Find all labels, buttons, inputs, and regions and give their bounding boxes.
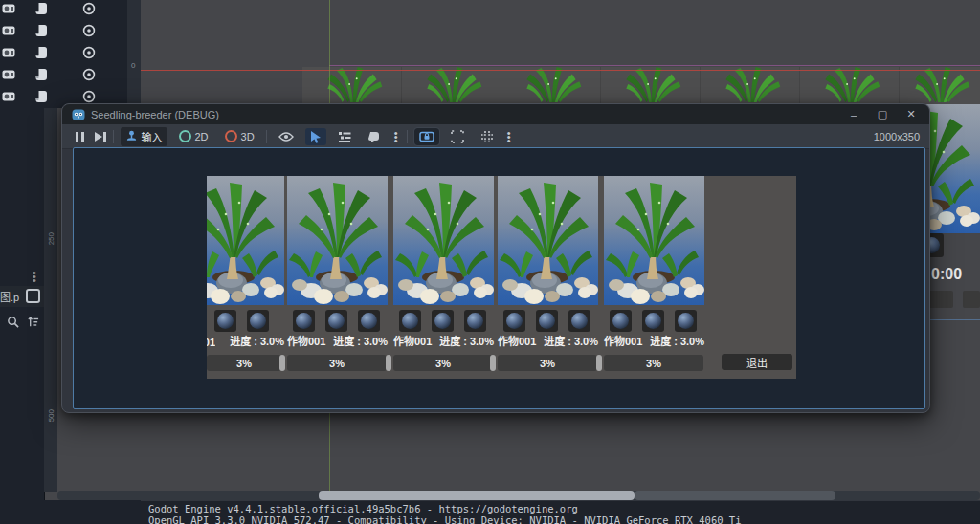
crop-name-label: 作物001	[393, 333, 432, 348]
seed-slot-button[interactable]	[568, 310, 590, 332]
viewport-hscrollbar[interactable]	[57, 491, 980, 500]
toolbar-separator	[266, 130, 267, 143]
expand-corners-icon	[451, 130, 464, 143]
next-frame-icon	[95, 132, 102, 142]
seed-slot-button[interactable]	[214, 310, 236, 332]
seed-sphere-icon	[217, 313, 234, 329]
visibility-icon[interactable]	[82, 68, 96, 81]
seed-slot-button[interactable]	[536, 310, 558, 332]
slider-grabber[interactable]	[596, 355, 602, 371]
seed-sphere-icon	[571, 313, 588, 329]
ruler-label-250: 250	[47, 232, 56, 245]
exit-label: 退出	[746, 355, 768, 370]
scene-tree-row[interactable]	[2, 24, 127, 37]
crop-progress-label: 进度 : 3.0%	[439, 333, 494, 348]
progress-value: 3%	[329, 358, 345, 369]
seed-sphere-icon	[678, 313, 694, 329]
viewport-guide-line	[928, 319, 980, 320]
node-picker-button[interactable]	[363, 128, 386, 145]
input-mode-button[interactable]: 输入	[121, 127, 167, 146]
embed-menu-icon[interactable]: •••	[505, 131, 513, 142]
exit-button[interactable]: 退出	[722, 354, 792, 370]
select-3d-button[interactable]: 3D	[220, 128, 259, 144]
joystick-icon	[125, 130, 138, 142]
progress-slider[interactable]: 3%	[287, 355, 387, 371]
godot-app-icon	[72, 108, 85, 121]
seed-slot-button[interactable]	[293, 310, 315, 332]
mode-3d-label: 3D	[241, 131, 255, 142]
output-console[interactable]: Godot Engine v4.4.1.stable.official.49a5…	[141, 500, 980, 524]
scene-tree-row[interactable]	[2, 2, 127, 15]
selection-visibility-button[interactable]	[274, 129, 299, 144]
camera-override-button[interactable]	[414, 128, 439, 145]
split-mode-button[interactable]	[26, 289, 40, 303]
game-viewport[interactable]: 作物001 进度 : 3.0% 3% 作物001 进度 : 3.0% 3%	[73, 147, 925, 409]
progress-slider[interactable]: 3%	[604, 355, 703, 371]
game-debug-window[interactable]: Seedling-breeder (DEBUG) – ▢ ✕ 输入	[61, 103, 930, 413]
visibility-icon[interactable]	[82, 90, 96, 103]
scene-tree-row[interactable]	[2, 46, 127, 59]
visibility-icon[interactable]	[82, 24, 96, 37]
slider-grabber[interactable]	[279, 355, 285, 371]
dock-menu-icon[interactable]: •••	[31, 271, 38, 282]
minimize-button[interactable]: –	[839, 104, 868, 124]
seed-slot-button[interactable]	[642, 310, 664, 332]
visibility-icon[interactable]	[82, 2, 96, 15]
window-titlebar[interactable]: Seedling-breeder (DEBUG) – ▢ ✕	[62, 104, 929, 124]
seed-sphere-icon	[328, 313, 345, 329]
filesystem-path-row[interactable]: 图.p	[0, 286, 44, 307]
close-button[interactable]: ✕	[897, 104, 925, 124]
progress-slider[interactable]: 3%	[207, 355, 281, 371]
hscrollbar-grabber[interactable]	[319, 491, 635, 500]
node-icon	[2, 68, 15, 81]
seed-slot-button[interactable]	[399, 310, 421, 332]
eye-icon	[278, 131, 294, 142]
sort-icon[interactable]	[27, 316, 39, 328]
select-mode-button[interactable]	[305, 128, 326, 145]
maximize-button[interactable]: ▢	[868, 104, 897, 124]
progress-value: 3%	[540, 358, 555, 369]
node-list-button[interactable]	[333, 128, 356, 145]
input-mode-label: 输入	[142, 129, 163, 144]
scene-tree-row[interactable]	[2, 90, 127, 103]
scene-timer-label: 0:00	[931, 266, 962, 283]
seed-sphere-icon	[296, 313, 312, 329]
embed-shrink-button[interactable]	[476, 128, 499, 145]
guide-purple-line	[329, 65, 980, 66]
window-title: Seedling-breeder (DEBUG)	[91, 109, 219, 120]
embed-expand-button[interactable]	[446, 128, 469, 145]
seed-slot-button[interactable]	[358, 310, 380, 332]
seed-sphere-icon	[539, 313, 555, 329]
seed-slot-button[interactable]	[610, 310, 632, 332]
visibility-icon[interactable]	[82, 46, 96, 59]
select-2d-button[interactable]: 2D	[174, 128, 213, 144]
script-icon[interactable]	[34, 90, 48, 103]
ruler-vertical-top: 0	[127, 0, 141, 108]
search-icon[interactable]	[7, 316, 19, 328]
node-icon	[2, 24, 15, 37]
progress-slider[interactable]: 3%	[498, 355, 597, 371]
hscrollbar-range	[635, 491, 835, 500]
seed-slot-button[interactable]	[675, 310, 697, 332]
seed-slot-button[interactable]	[432, 310, 454, 332]
slider-grabber[interactable]	[386, 355, 391, 371]
seed-sphere-icon	[402, 313, 418, 329]
seed-slot-button[interactable]	[503, 310, 525, 332]
pause-icon	[76, 132, 78, 142]
overflow-menu-icon[interactable]: •••	[392, 131, 400, 142]
script-icon[interactable]	[34, 46, 48, 59]
seed-slot-button[interactable]	[325, 310, 347, 332]
next-frame-button[interactable]	[95, 132, 106, 142]
script-icon[interactable]	[34, 24, 48, 37]
node-icon	[2, 90, 15, 103]
slider-grabber[interactable]	[490, 355, 496, 371]
pause-button[interactable]	[76, 132, 84, 142]
script-icon[interactable]	[34, 68, 48, 81]
seed-slot-button[interactable]	[464, 310, 486, 332]
seed-slot-button[interactable]	[247, 310, 269, 332]
scene-tree-row[interactable]	[2, 68, 127, 81]
script-icon[interactable]	[34, 2, 48, 15]
crop-name-label: 作物001	[498, 333, 536, 348]
progress-slider[interactable]: 3%	[393, 355, 493, 371]
seed-sphere-icon	[612, 313, 629, 329]
